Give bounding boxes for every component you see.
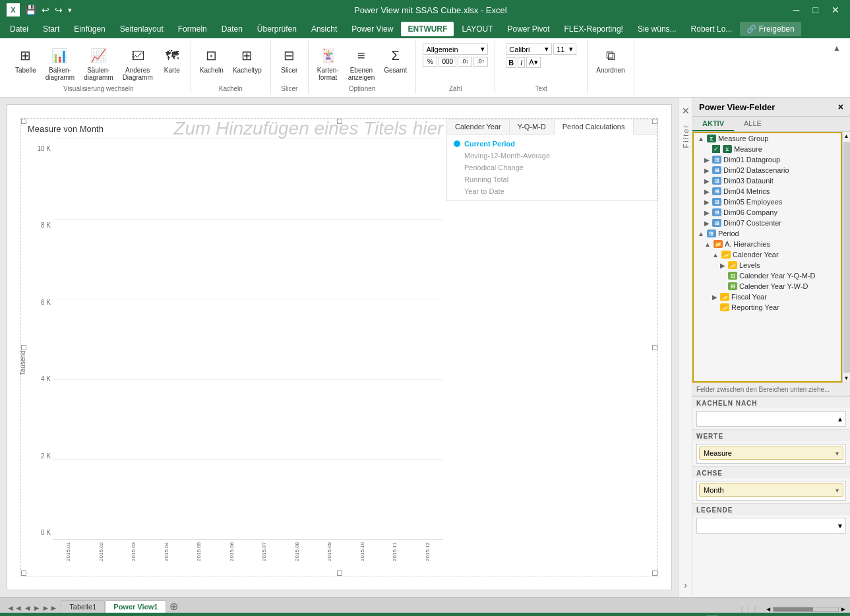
- scroll-left-btn[interactable]: ◄: [765, 605, 772, 613]
- italic-btn[interactable]: I: [518, 57, 525, 68]
- filter-close-btn[interactable]: ✕: [681, 104, 691, 117]
- filter-expand-btn[interactable]: ›: [684, 580, 687, 597]
- handle-ml[interactable]: [21, 345, 26, 350]
- menu-power-pivot[interactable]: Power Pivot: [501, 22, 557, 36]
- achse-drop-area[interactable]: Month ▾: [696, 481, 846, 501]
- sheet-last-btn[interactable]: ►►: [42, 603, 58, 613]
- tab-yqmd[interactable]: Y-Q-M-D: [510, 119, 555, 134]
- font-size-dropdown[interactable]: 11 ▾: [553, 44, 576, 55]
- ribbon-collapse[interactable]: ▲: [830, 41, 843, 55]
- slicer-btn[interactable]: ⊟ Slicer: [276, 44, 303, 76]
- field-dim04[interactable]: ▶ ⊞ Dim04 Metrics: [694, 186, 841, 197]
- field-dim03[interactable]: ▶ ⊞ Dim03 Dataunit: [694, 175, 841, 186]
- undo-btn[interactable]: ↩: [42, 5, 49, 15]
- scroll-thumb[interactable]: [843, 142, 850, 373]
- handle-mr[interactable]: [652, 345, 657, 350]
- field-period[interactable]: ▲ ⊞ Period: [694, 228, 841, 239]
- legend-periodical-change[interactable]: Periodical Change: [454, 162, 650, 173]
- menu-layout[interactable]: LAYOUT: [455, 22, 499, 36]
- handle-tm[interactable]: [337, 119, 342, 124]
- field-fiscal-year[interactable]: ▶ 📂 Fiscal Year: [694, 292, 841, 302]
- field-calender-year[interactable]: ▲ 📂 Calender Year: [694, 249, 841, 260]
- restore-btn[interactable]: □: [809, 3, 822, 16]
- kacheln-btn[interactable]: ⊡ Kacheln: [197, 44, 227, 76]
- field-measure[interactable]: ▶ ✓ Σ Measure: [694, 144, 841, 154]
- font-color-btn[interactable]: A▾: [526, 57, 540, 68]
- percent-btn[interactable]: %: [423, 57, 437, 67]
- font-name-dropdown[interactable]: Calibri ▾: [506, 44, 552, 55]
- scroll-bar-thumb[interactable]: [774, 607, 813, 611]
- scroll-bar-track[interactable]: [773, 607, 839, 612]
- field-measure-group[interactable]: ▲ Σ Measure Group: [694, 133, 841, 144]
- kacheln-drop-area[interactable]: ▲: [696, 411, 846, 427]
- pv-close-btn[interactable]: ×: [838, 102, 843, 112]
- saulen-btn[interactable]: 📈 Säulen-diagramm: [80, 44, 116, 83]
- scroll-down-btn[interactable]: ▼: [843, 374, 850, 383]
- tab-aktiv[interactable]: AKTIV: [692, 117, 734, 131]
- handle-bl[interactable]: [21, 570, 26, 576]
- field-hierarchies[interactable]: ▲ 📁 A. Hierarchies: [694, 239, 841, 249]
- menu-entwurf[interactable]: ENTWURF: [401, 22, 454, 36]
- scroll-up-btn[interactable]: ▲: [843, 132, 850, 140]
- menu-power-view[interactable]: Power View: [345, 22, 400, 36]
- karte-btn[interactable]: 🗺 Karte: [159, 44, 185, 76]
- field-levels[interactable]: ▶ 📂 Levels: [694, 260, 841, 270]
- menu-freigeben[interactable]: 🔗 Freigeben: [740, 22, 801, 36]
- sheet-tab-tabelle1[interactable]: Tabelle1: [61, 600, 105, 613]
- menu-seitenlayout[interactable]: Seitenlayout: [113, 22, 170, 36]
- field-dim06[interactable]: ▶ ⊞ Dim06 Company: [694, 207, 841, 218]
- werte-measure-arrow[interactable]: ▾: [835, 450, 839, 457]
- tab-alle[interactable]: ALLE: [734, 117, 772, 131]
- sheet-next-btn[interactable]: ►: [33, 603, 41, 613]
- menu-ansicht[interactable]: Ansicht: [305, 22, 344, 36]
- kacheln-scroll-up[interactable]: ▲: [837, 416, 843, 423]
- add-sheet-btn[interactable]: ⊕: [166, 600, 181, 613]
- measure-checkbox[interactable]: ✓: [712, 145, 720, 153]
- sheet-first-btn[interactable]: ◄◄: [7, 603, 22, 613]
- legend-year-to-date[interactable]: Year to Date: [454, 185, 650, 197]
- werte-drop-area[interactable]: Measure ▾: [696, 444, 846, 464]
- bold-btn[interactable]: B: [506, 57, 516, 68]
- close-btn[interactable]: ✕: [828, 3, 843, 16]
- sheet-prev-btn[interactable]: ◄: [24, 603, 32, 613]
- achse-month-arrow[interactable]: ▾: [835, 487, 839, 494]
- anderes-btn[interactable]: 🗠 AnderesDiagramm: [119, 44, 156, 83]
- menu-daten[interactable]: Daten: [215, 22, 249, 36]
- tabelle-btn[interactable]: ⊞ Tabelle: [12, 44, 40, 76]
- anordnen-btn[interactable]: ⧉ Anordnen: [593, 44, 628, 76]
- kacheltyp-btn[interactable]: ⊞ Kacheltyp: [229, 44, 265, 76]
- slide-panel[interactable]: Zum Hinzufügen eines Titels hier klicken…: [7, 104, 672, 590]
- field-dim07[interactable]: ▶ ⊞ Dim07 Costcenter: [694, 218, 841, 228]
- menu-robert[interactable]: Robert Lo...: [684, 22, 739, 36]
- tab-calender-year[interactable]: Calender Year: [447, 119, 510, 134]
- thousands-btn[interactable]: 000: [439, 57, 456, 67]
- handle-br[interactable]: [652, 570, 657, 576]
- quick-save-btn[interactable]: 💾: [25, 5, 36, 15]
- field-dim01[interactable]: ▶ ⊞ Dim01 Datagroup: [694, 154, 841, 165]
- menu-datei[interactable]: Datei: [3, 22, 35, 36]
- field-dim02[interactable]: ▶ ⊞ Dim02 Datascenario: [694, 165, 841, 175]
- handle-tl[interactable]: [21, 119, 26, 124]
- format-dropdown[interactable]: Allgemein ▾: [423, 44, 488, 55]
- field-cy-yqmd[interactable]: ▶ ⊟ Calender Year Y-Q-M-D: [694, 270, 841, 281]
- field-dim05[interactable]: ▶ ⊞ Dim05 Employees: [694, 197, 841, 207]
- balken-btn[interactable]: 📊 Balken-diagramm: [42, 44, 78, 83]
- ebenen-btn[interactable]: ≡ Ebenenanzeigen: [345, 44, 379, 83]
- menu-uberprufen[interactable]: Überprüfen: [251, 22, 303, 36]
- kartenformat-btn[interactable]: 🃏 Karten-format: [314, 44, 342, 83]
- menu-einfugen[interactable]: Einfügen: [67, 22, 111, 36]
- gesamt-btn[interactable]: Σ Gesamt: [380, 44, 410, 76]
- menu-flex-reporting[interactable]: FLEX-Reporting!: [558, 22, 630, 36]
- fields-scrollbar[interactable]: ▲ ▼: [842, 132, 850, 383]
- field-cy-ywd[interactable]: ▶ ⊟ Calender Year Y-W-D: [694, 281, 841, 292]
- menu-sie-wuns[interactable]: Sie wüns...: [631, 22, 683, 36]
- menu-formeln[interactable]: Formeln: [171, 22, 214, 36]
- legend-current-period[interactable]: Current Period: [454, 138, 650, 150]
- minimize-btn[interactable]: ─: [789, 3, 804, 16]
- tab-period-calculations[interactable]: Period Calculations: [555, 119, 634, 135]
- legend-moving-average[interactable]: Moving-12-Month-Average: [454, 150, 650, 162]
- handle-bm[interactable]: [337, 570, 342, 576]
- redo-btn[interactable]: ↪: [55, 5, 63, 15]
- increase-decimal-btn[interactable]: .0↑: [473, 57, 488, 67]
- legende-scroll-down[interactable]: ▼: [837, 522, 843, 530]
